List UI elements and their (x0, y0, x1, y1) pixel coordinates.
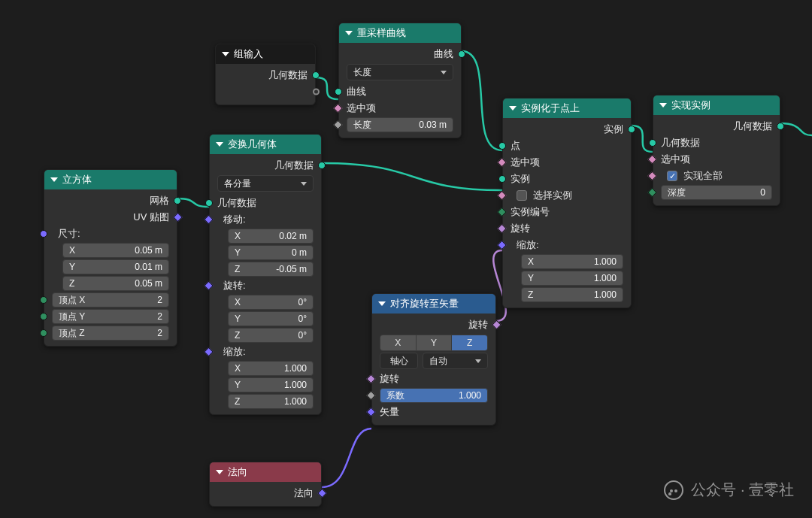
input-selection[interactable]: 选中项 (503, 154, 631, 171)
mode-dropdown[interactable]: 各分量 (217, 175, 314, 192)
node-align-rotation[interactable]: 对齐旋转至矢量 旋转 X Y Z 轴心 自动 旋转 系数1.000 矢量 (371, 293, 496, 426)
node-header[interactable]: 实例化于点上 (503, 98, 631, 118)
mode-dropdown[interactable]: 长度 (347, 64, 453, 80)
node-header[interactable]: 组输入 (216, 44, 315, 64)
input-instance-index[interactable]: 实例编号 (503, 204, 631, 220)
translate-z[interactable]: Z-0.05 m (228, 262, 314, 277)
socket-curve-in[interactable] (335, 88, 342, 95)
output-extend[interactable] (216, 83, 315, 100)
input-geometry[interactable]: 几何数据 (210, 195, 321, 211)
pivot-dropdown[interactable]: 自动 (423, 353, 488, 369)
output-geometry[interactable]: 几何数据 (216, 67, 315, 83)
node-group-input[interactable]: 组输入 几何数据 (215, 44, 316, 105)
verts-z-field[interactable]: 顶点 Z2 (52, 326, 169, 341)
size-x-field[interactable]: X0.05 m (62, 243, 169, 258)
socket-geometry-in[interactable] (205, 199, 213, 207)
output-rotation[interactable]: 旋转 (372, 317, 495, 333)
node-header[interactable]: 重采样曲线 (339, 23, 461, 43)
input-selection[interactable]: 选中项 (339, 100, 461, 117)
node-realize-instances[interactable]: 实现实例 几何数据 几何数据 选中项 实现全部 深度0 (653, 95, 780, 206)
node-header[interactable]: 立方体 (44, 170, 177, 189)
input-geometry[interactable]: 几何数据 (653, 135, 780, 151)
rotate-z[interactable]: Z0° (228, 328, 314, 343)
verts-x-field[interactable]: 顶点 X2 (52, 292, 169, 307)
socket-normal-out[interactable] (317, 489, 327, 498)
socket-selection-in[interactable] (647, 155, 657, 165)
socket-verts-z[interactable] (40, 329, 47, 337)
socket-length-in[interactable] (333, 120, 343, 130)
input-rotation[interactable]: 旋转 (372, 371, 495, 387)
socket-points-in[interactable] (498, 142, 506, 150)
pick-instance-checkbox[interactable]: 选择实例 (503, 187, 631, 204)
output-mesh[interactable]: 网格 (44, 192, 177, 209)
socket-translate[interactable] (204, 215, 214, 225)
size-z-field[interactable]: Z0.05 m (62, 276, 169, 291)
socket-pick-instance[interactable] (497, 191, 507, 201)
input-points[interactable]: 点 (503, 138, 631, 154)
socket-index-in[interactable] (497, 208, 507, 217)
node-header[interactable]: 实现实例 (653, 95, 780, 115)
socket-scale-in[interactable] (497, 241, 507, 250)
rotate-x[interactable]: X0° (228, 295, 314, 310)
node-header[interactable]: 法向 (210, 462, 321, 482)
translate-y[interactable]: Y0 m (228, 245, 314, 260)
socket-realize-all[interactable] (647, 171, 657, 181)
output-instances[interactable]: 实例 (503, 121, 631, 138)
output-geometry[interactable]: 几何数据 (653, 118, 780, 135)
length-field[interactable]: 长度0.03 m (347, 117, 453, 132)
output-curve[interactable]: 曲线 (339, 46, 461, 62)
size-y-field[interactable]: Y0.01 m (62, 259, 169, 274)
socket-geometry-in[interactable] (649, 139, 656, 147)
input-curve[interactable]: 曲线 (339, 83, 461, 100)
verts-y-field[interactable]: 顶点 Y2 (52, 309, 169, 324)
scale-x[interactable]: X1.000 (228, 361, 314, 376)
node-cube[interactable]: 立方体 网格 UV 贴图 尺寸: X0.05 m Y0.01 m Z0.05 m… (44, 169, 177, 347)
axis-z-button[interactable]: Z (452, 335, 487, 350)
output-normal[interactable]: 法向 (210, 485, 321, 501)
socket-factor-in[interactable] (366, 391, 376, 401)
node-header[interactable]: 变换几何体 (210, 135, 321, 154)
rotate-y[interactable]: Y0° (228, 311, 314, 326)
socket-verts-y[interactable] (40, 313, 47, 320)
socket-vector-in[interactable] (366, 407, 376, 417)
socket-size-in[interactable] (40, 230, 47, 238)
socket-scale[interactable] (204, 347, 214, 357)
node-normal[interactable]: 法向 法向 (209, 462, 322, 507)
socket-geometry-out[interactable] (318, 162, 326, 169)
checkbox-icon[interactable] (517, 190, 527, 201)
socket-mesh-out[interactable] (174, 197, 181, 204)
factor-field[interactable]: 系数1.000 (380, 388, 488, 403)
node-resample-curve[interactable]: 重采样曲线 曲线 长度 曲线 选中项 长度0.03 m (338, 23, 462, 138)
checkbox-icon[interactable] (667, 171, 677, 181)
axis-x-button[interactable]: X (380, 335, 417, 350)
socket-verts-x[interactable] (40, 296, 47, 304)
socket-curve-out[interactable] (458, 50, 465, 58)
socket-instance-in[interactable] (498, 175, 506, 183)
socket-instances-out[interactable] (628, 126, 635, 133)
node-instance-on-points[interactable]: 实例化于点上 实例 点 选中项 实例 选择实例 实例编号 旋转 (502, 98, 632, 308)
input-vector[interactable]: 矢量 (372, 404, 495, 420)
socket-rotation-out[interactable] (492, 320, 501, 330)
socket-rotate[interactable] (204, 281, 214, 291)
translate-x[interactable]: X0.02 m (228, 229, 314, 244)
scale-y[interactable]: Y1.000 (521, 271, 623, 286)
scale-y[interactable]: Y1.000 (228, 377, 314, 392)
node-transform-geometry[interactable]: 变换几何体 几何数据 各分量 几何数据 移动: X0.02 m Y0 m Z-0… (209, 134, 322, 415)
socket-rotation-in[interactable] (497, 224, 507, 234)
axis-selector[interactable]: X Y Z (380, 335, 488, 351)
socket-uvmap-out[interactable] (173, 213, 183, 223)
socket-selection-in[interactable] (333, 104, 343, 114)
node-header[interactable]: 对齐旋转至矢量 (372, 294, 495, 314)
output-uvmap[interactable]: UV 贴图 (44, 209, 177, 226)
scale-z[interactable]: Z1.000 (228, 394, 314, 409)
input-instance[interactable]: 实例 (503, 171, 631, 187)
socket-depth-in[interactable] (647, 188, 657, 198)
socket-selection-in[interactable] (497, 158, 507, 168)
output-geometry[interactable]: 几何数据 (210, 157, 321, 174)
socket-rotation-in[interactable] (366, 374, 376, 384)
socket-geometry-out[interactable] (312, 71, 320, 79)
axis-y-button[interactable]: Y (417, 335, 453, 350)
socket-geometry-out[interactable] (777, 123, 784, 130)
realize-all-checkbox[interactable]: 实现全部 (653, 168, 780, 184)
input-rotation[interactable]: 旋转 (503, 220, 631, 237)
